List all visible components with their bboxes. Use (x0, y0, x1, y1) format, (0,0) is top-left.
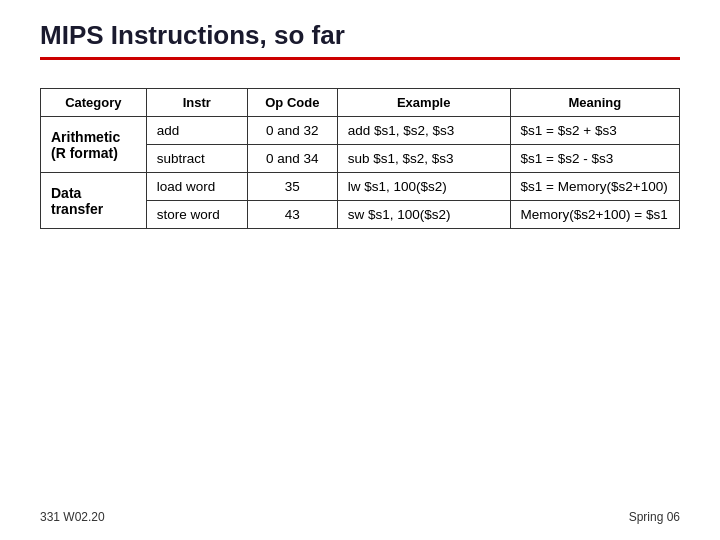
table-row: Arithmetic (R format) add 0 and 32 add $… (41, 117, 680, 145)
opcode-add: 0 and 32 (247, 117, 337, 145)
table-row: Data transfer load word 35 lw $s1, 100($… (41, 173, 680, 201)
category-data-transfer: Data transfer (41, 173, 147, 229)
meaning-subtract: $s1 = $s2 - $s3 (510, 145, 679, 173)
instr-sw: store word (146, 201, 247, 229)
header-meaning: Meaning (510, 89, 679, 117)
example-sw: sw $s1, 100($s2) (337, 201, 510, 229)
header-example: Example (337, 89, 510, 117)
header-category: Category (41, 89, 147, 117)
instr-lw: load word (146, 173, 247, 201)
opcode-sw: 43 (247, 201, 337, 229)
category-arithmetic: Arithmetic (R format) (41, 117, 147, 173)
opcode-subtract: 0 and 34 (247, 145, 337, 173)
example-add: add $s1, $s2, $s3 (337, 117, 510, 145)
footer-left: 331 W02.20 (40, 510, 105, 524)
meaning-sw: Memory($s2+100) = $s1 (510, 201, 679, 229)
instructions-table: Category Instr Op Code Example Meaning A… (40, 88, 680, 229)
header-instr: Instr (146, 89, 247, 117)
meaning-lw: $s1 = Memory($s2+100) (510, 173, 679, 201)
footer: 331 W02.20 Spring 06 (40, 510, 680, 524)
instr-add: add (146, 117, 247, 145)
example-subtract: sub $s1, $s2, $s3 (337, 145, 510, 173)
opcode-lw: 35 (247, 173, 337, 201)
slide-container: MIPS Instructions, so far Category Instr… (0, 0, 720, 540)
instr-subtract: subtract (146, 145, 247, 173)
footer-right: Spring 06 (629, 510, 680, 524)
content-area: Category Instr Op Code Example Meaning A… (40, 88, 680, 229)
example-lw: lw $s1, 100($s2) (337, 173, 510, 201)
meaning-add: $s1 = $s2 + $s3 (510, 117, 679, 145)
page-title: MIPS Instructions, so far (40, 20, 680, 60)
table-header-row: Category Instr Op Code Example Meaning (41, 89, 680, 117)
header-opcode: Op Code (247, 89, 337, 117)
